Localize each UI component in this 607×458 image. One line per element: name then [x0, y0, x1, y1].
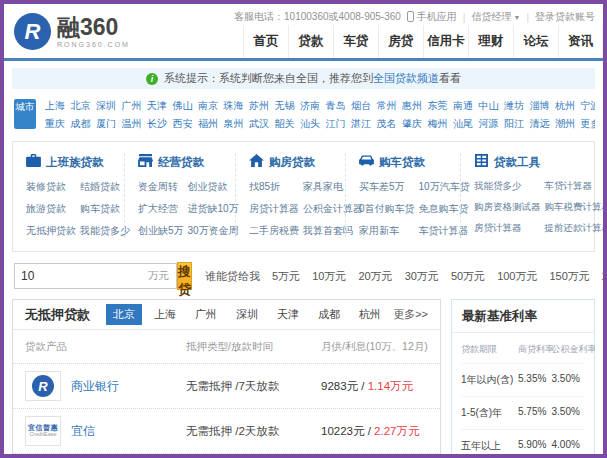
city-link[interactable]: 北京: [70, 97, 92, 115]
city-link[interactable]: 烟台: [350, 97, 372, 115]
amount-input[interactable]: [15, 269, 148, 283]
city-link[interactable]: 肇庆: [401, 115, 423, 133]
amount-link[interactable]: 50万元: [451, 269, 485, 284]
nav-item[interactable]: 车贷: [333, 25, 378, 58]
city-link[interactable]: 长沙: [146, 115, 168, 133]
city-link[interactable]: 佛山: [172, 97, 194, 115]
city-link[interactable]: 茂名: [376, 115, 398, 133]
city-link[interactable]: 厦门: [95, 115, 117, 133]
city-link[interactable]: 无锡: [274, 97, 296, 115]
credit-manager-menu[interactable]: 信贷经理▼: [471, 10, 520, 24]
category-link[interactable]: 提前还款计算器: [545, 222, 607, 235]
city-tab[interactable]: 上海: [147, 304, 183, 325]
amount-link[interactable]: 30万元: [405, 269, 439, 284]
city-link[interactable]: 中山: [478, 97, 500, 115]
category-link[interactable]: 车贷计算器: [545, 180, 607, 193]
category-header[interactable]: 贷款工具: [474, 153, 584, 171]
category-link[interactable]: 创业贷款: [188, 180, 239, 194]
city-tab[interactable]: 天津: [270, 304, 306, 325]
nav-item[interactable]: 贷款: [288, 25, 333, 58]
category-link[interactable]: 二手房税费: [249, 224, 299, 238]
city-link[interactable]: 苏州: [248, 97, 270, 115]
category-link[interactable]: 购房资格测试器: [474, 201, 541, 214]
category-link[interactable]: 找85折: [249, 180, 299, 194]
category-link[interactable]: 装修贷款: [26, 180, 76, 194]
nav-item[interactable]: 信用卡: [423, 25, 468, 58]
city-link[interactable]: 上海: [44, 97, 66, 115]
nav-item[interactable]: 资讯: [558, 25, 603, 58]
category-link[interactable]: 房贷计算器: [249, 202, 299, 216]
login-link[interactable]: 登录贷款账号: [535, 10, 595, 24]
city-link[interactable]: 温州: [121, 115, 143, 133]
city-tab[interactable]: 深圳: [229, 304, 265, 325]
amount-link[interactable]: 10万元: [312, 269, 346, 284]
city-link[interactable]: 韶关: [274, 115, 296, 133]
city-link[interactable]: 武汉: [248, 115, 270, 133]
city-link[interactable]: 惠州: [401, 97, 423, 115]
category-link[interactable]: 购车税费计算器: [545, 201, 607, 214]
more-link[interactable]: 更多>>: [393, 307, 428, 322]
city-link[interactable]: 淄博: [529, 97, 551, 115]
city-tab[interactable]: 杭州: [352, 304, 388, 325]
category-link[interactable]: 买车差5万: [359, 180, 415, 194]
category-link[interactable]: 0首付购车贷: [359, 202, 415, 216]
city-link[interactable]: 广州: [121, 97, 143, 115]
city-link[interactable]: 潍坊: [503, 97, 525, 115]
city-link[interactable]: 南通: [452, 97, 474, 115]
city-link[interactable]: 宁波: [580, 97, 596, 115]
city-link[interactable]: 重庆: [44, 115, 66, 133]
city-link[interactable]: 汕头: [299, 115, 321, 133]
category-link[interactable]: 旅游贷款: [26, 202, 76, 216]
amount-link[interactable]: 100万元: [497, 269, 537, 284]
city-link[interactable]: 青岛: [325, 97, 347, 115]
city-link[interactable]: 阳江: [503, 115, 525, 133]
city-link[interactable]: 泉州: [223, 115, 245, 133]
category-link[interactable]: 家用新车: [359, 224, 415, 238]
city-link[interactable]: 河源: [478, 115, 500, 133]
nav-item[interactable]: 论坛: [513, 25, 558, 58]
category-header[interactable]: 购车贷款: [359, 153, 450, 171]
amount-link[interactable]: 5万元: [272, 269, 300, 284]
city-tab[interactable]: 成都: [311, 304, 347, 325]
city-link[interactable]: 南京: [197, 97, 219, 115]
amount-link[interactable]: 20万元: [358, 269, 392, 284]
lender-name-link[interactable]: 宜信: [71, 423, 95, 440]
category-link[interactable]: 资金周转: [138, 180, 184, 194]
category-link[interactable]: 我能贷多少: [474, 180, 541, 193]
city-tab[interactable]: 北京: [106, 304, 142, 325]
category-header[interactable]: 上班族贷款: [26, 153, 114, 171]
category-link[interactable]: 进货缺10万: [188, 202, 239, 216]
category-header[interactable]: 购房贷款: [249, 153, 335, 171]
category-link[interactable]: 结婚贷款: [80, 180, 130, 194]
national-channel-link[interactable]: 全国贷款频道: [373, 72, 439, 84]
category-link[interactable]: 创业缺5万: [138, 224, 184, 238]
city-link[interactable]: 西安: [172, 115, 194, 133]
category-link[interactable]: 无抵押贷款: [26, 224, 76, 238]
category-header[interactable]: 经营贷款: [138, 153, 225, 171]
city-tab[interactable]: 广州: [188, 304, 224, 325]
city-more-link[interactable]: 更多>>: [580, 115, 596, 133]
logo[interactable]: R 融360 RONG360.COM: [14, 13, 130, 50]
city-link[interactable]: 福州: [197, 115, 219, 133]
city-link[interactable]: 清远: [529, 115, 551, 133]
city-link[interactable]: 深圳: [95, 97, 117, 115]
category-link[interactable]: 购车贷款: [80, 202, 130, 216]
city-link[interactable]: 常州: [376, 97, 398, 115]
mobile-app-link[interactable]: 手机应用: [407, 10, 457, 24]
city-link[interactable]: 湛江: [350, 115, 372, 133]
city-link[interactable]: 东莞: [427, 97, 449, 115]
search-loan-button[interactable]: 搜贷款: [177, 262, 192, 290]
category-link[interactable]: 房贷计算器: [474, 222, 541, 235]
city-link[interactable]: 珠海: [223, 97, 245, 115]
nav-item[interactable]: 房贷: [378, 25, 423, 58]
city-link[interactable]: 成都: [70, 115, 92, 133]
category-link[interactable]: 30万资金周: [188, 224, 239, 238]
category-link[interactable]: 扩大经营: [138, 202, 184, 216]
nav-item[interactable]: 理财: [468, 25, 513, 58]
city-link[interactable]: 济南: [299, 97, 321, 115]
amount-link[interactable]: 150万元: [549, 269, 589, 284]
city-link[interactable]: 杭州: [554, 97, 576, 115]
city-link[interactable]: 潮州: [554, 115, 576, 133]
nav-item[interactable]: 首页: [243, 25, 288, 58]
city-link[interactable]: 天津: [146, 97, 168, 115]
